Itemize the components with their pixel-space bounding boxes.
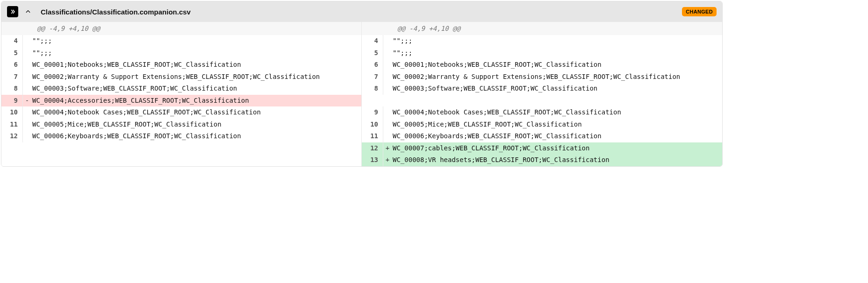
expand-button[interactable] [7, 6, 18, 17]
line-number: 4 [362, 35, 383, 47]
code-content: WC_00002;Warranty & Support Extensions;W… [392, 71, 722, 83]
code-content: WC_00003;Software;WEB_CLASSIF_ROOT;WC_Cl… [392, 83, 722, 95]
line-number: 9 [1, 95, 23, 107]
code-content: WC_00007;cables;WEB_CLASSIF_ROOT;WC_Clas… [392, 142, 722, 155]
line-number: 7 [362, 71, 383, 83]
status-badge: CHANGED [682, 7, 717, 16]
line-number: 11 [1, 119, 23, 131]
diff-row[interactable]: 13+WC_00008;VR headsets;WEB_CLASSIF_ROOT… [362, 154, 722, 166]
line-number: 6 [362, 59, 383, 71]
code-content: WC_00004;Notebook Cases;WEB_CLASSIF_ROOT… [392, 106, 722, 119]
code-content: WC_00008;VR headsets;WEB_CLASSIF_ROOT;WC… [392, 154, 722, 166]
diff-marker: - [23, 95, 31, 107]
code-content: WC_00004;Notebook Cases;WEB_CLASSIF_ROOT… [31, 106, 361, 119]
diff-row[interactable]: 5"";;; [362, 47, 722, 59]
diff-row[interactable]: 4"";;; [362, 35, 722, 47]
code-content: WC_00006;Keyboards;WEB_CLASSIF_ROOT;WC_C… [31, 130, 361, 142]
diff-row[interactable]: 4"";;; [1, 35, 361, 47]
diff-marker: + [383, 154, 392, 166]
chevron-up-icon [25, 8, 31, 15]
diff-row[interactable]: 10WC_00005;Mice;WEB_CLASSIF_ROOT;WC_Clas… [362, 119, 722, 131]
file-path: Classifications/Classification.companion… [41, 8, 191, 16]
diff-pane-left: 4"";;;5"";;;6WC_00001;Notebooks;WEB_CLAS… [1, 35, 362, 166]
diff-row[interactable]: 9WC_00004;Notebook Cases;WEB_CLASSIF_ROO… [362, 106, 722, 119]
code-content: "";;; [31, 35, 361, 47]
code-content: WC_00003;Software;WEB_CLASSIF_ROOT;WC_Cl… [31, 83, 361, 95]
diff-row[interactable]: 12WC_00006;Keyboards;WEB_CLASSIF_ROOT;WC… [1, 130, 361, 142]
line-number: 8 [1, 83, 23, 95]
code-content: WC_00001;Notebooks;WEB_CLASSIF_ROOT;WC_C… [31, 59, 361, 71]
code-content: "";;; [31, 47, 361, 59]
diff-row[interactable]: 11WC_00006;Keyboards;WEB_CLASSIF_ROOT;WC… [362, 130, 722, 142]
line-number: 9 [362, 106, 383, 119]
code-content: WC_00004;Accessories;WEB_CLASSIF_ROOT;WC… [31, 95, 361, 107]
code-content: WC_00002;Warranty & Support Extensions;W… [31, 71, 361, 83]
file-header: Classifications/Classification.companion… [1, 1, 722, 22]
diff-row[interactable]: 6WC_00001;Notebooks;WEB_CLASSIF_ROOT;WC_… [362, 59, 722, 71]
diff-row[interactable]: 8WC_00003;Software;WEB_CLASSIF_ROOT;WC_C… [1, 83, 361, 95]
chevrons-right-icon [9, 8, 16, 15]
hunk-header-right: @@ -4,9 +4,10 @@ [362, 22, 722, 35]
line-number: 11 [362, 130, 383, 142]
line-number: 13 [362, 154, 383, 166]
diff-marker: + [383, 142, 392, 155]
diff-row[interactable]: 8WC_00003;Software;WEB_CLASSIF_ROOT;WC_C… [362, 83, 722, 95]
line-number: 7 [1, 71, 23, 83]
diff-pane-right: 4"";;;5"";;;6WC_00001;Notebooks;WEB_CLAS… [362, 35, 722, 166]
line-number: 10 [362, 119, 383, 131]
line-number: 5 [362, 47, 383, 59]
line-number: 12 [1, 130, 23, 142]
diff-panel: Classifications/Classification.companion… [1, 1, 723, 167]
diff-row[interactable] [362, 95, 722, 107]
diff-row[interactable]: 10WC_00004;Notebook Cases;WEB_CLASSIF_RO… [1, 106, 361, 119]
diff-row[interactable]: 9-WC_00004;Accessories;WEB_CLASSIF_ROOT;… [1, 95, 361, 107]
line-number: 5 [1, 47, 23, 59]
hunk-header-left: @@ -4,9 +4,10 @@ [1, 22, 362, 35]
diff-row[interactable]: 6WC_00001;Notebooks;WEB_CLASSIF_ROOT;WC_… [1, 59, 361, 71]
diff-row[interactable]: 12+WC_00007;cables;WEB_CLASSIF_ROOT;WC_C… [362, 142, 722, 155]
collapse-toggle[interactable] [23, 7, 33, 17]
diff-row[interactable]: 7WC_00002;Warranty & Support Extensions;… [1, 71, 361, 83]
diff-row[interactable]: 7WC_00002;Warranty & Support Extensions;… [362, 71, 722, 83]
line-number: 4 [1, 35, 23, 47]
diff-row[interactable] [1, 154, 361, 166]
line-number: 6 [1, 59, 23, 71]
line-number: 8 [362, 83, 383, 95]
code-content: WC_00006;Keyboards;WEB_CLASSIF_ROOT;WC_C… [392, 130, 722, 142]
code-content: "";;; [392, 47, 722, 59]
diff-row[interactable]: 11WC_00005;Mice;WEB_CLASSIF_ROOT;WC_Clas… [1, 119, 361, 131]
code-content: WC_00001;Notebooks;WEB_CLASSIF_ROOT;WC_C… [392, 59, 722, 71]
code-content: WC_00005;Mice;WEB_CLASSIF_ROOT;WC_Classi… [31, 119, 361, 131]
diff-row[interactable]: 5"";;; [1, 47, 361, 59]
diff-row[interactable] [1, 142, 361, 155]
line-number: 10 [1, 106, 23, 119]
code-content: "";;; [392, 35, 722, 47]
hunk-header: @@ -4,9 +4,10 @@ @@ -4,9 +4,10 @@ [1, 22, 722, 35]
code-content: WC_00005;Mice;WEB_CLASSIF_ROOT;WC_Classi… [392, 119, 722, 131]
line-number: 12 [362, 142, 383, 155]
diff-body: 4"";;;5"";;;6WC_00001;Notebooks;WEB_CLAS… [1, 35, 722, 166]
